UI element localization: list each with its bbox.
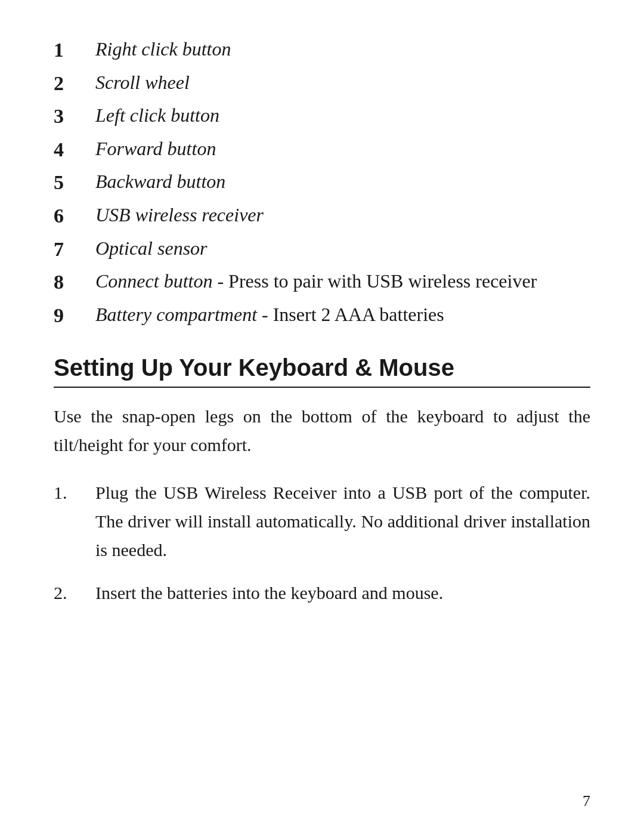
part-number: 9 [54,301,95,330]
part-label-extra: - Press to pair with USB wireless receiv… [212,270,537,292]
part-number: 3 [54,102,95,131]
mouse-part-item: 5Backward button [54,168,590,197]
part-number: 1 [54,36,95,64]
part-number: 2 [54,69,95,98]
step-item: 1.Plug the USB Wireless Receiver into a … [54,478,590,564]
part-label: Forward button [95,135,216,162]
part-label-italic: Connect button [95,270,212,292]
page-number: 7 [583,792,590,810]
part-number: 8 [54,268,95,297]
steps-list: 1.Plug the USB Wireless Receiver into a … [54,478,590,607]
intro-paragraph: Use the snap-open legs on the bottom of … [54,402,590,459]
section-heading: Setting Up Your Keyboard & Mouse [54,353,590,382]
mouse-part-item: 2Scroll wheel [54,69,590,98]
part-label: Backward button [95,168,225,195]
section-divider [54,387,590,388]
mouse-part-item: 8Connect button - Press to pair with USB… [54,268,590,297]
mouse-part-item: 3Left click button [54,102,590,131]
part-number: 4 [54,135,95,164]
step-item: 2.Insert the batteries into the keyboard… [54,579,590,607]
part-number: 6 [54,202,95,230]
step-number: 2. [54,579,95,607]
mouse-part-item: 6USB wireless receiver [54,202,590,230]
part-label: Scroll wheel [95,69,190,96]
step-text: Insert the batteries into the keyboard a… [95,579,443,607]
part-label: Left click button [95,102,219,129]
mouse-part-item: 7Optical sensor [54,235,590,264]
mouse-parts-list: 1Right click button2Scroll wheel3Left cl… [54,36,590,329]
step-number: 1. [54,478,95,507]
part-label: Optical sensor [95,235,208,262]
page-container: 1Right click button2Scroll wheel3Left cl… [0,0,644,669]
part-label-italic: Battery compartment [95,304,257,325]
part-number: 5 [54,168,95,197]
part-label: USB wireless receiver [95,202,264,228]
step-text: Plug the USB Wireless Receiver into a US… [95,478,590,564]
mouse-part-item: 4Forward button [54,135,590,164]
part-number: 7 [54,235,95,264]
part-label-extra: - Insert 2 AAA batteries [257,304,444,325]
part-label: Right click button [95,36,231,63]
mouse-part-item: 1Right click button [54,36,590,64]
mouse-part-item: 9Battery compartment - Insert 2 AAA batt… [54,301,590,330]
